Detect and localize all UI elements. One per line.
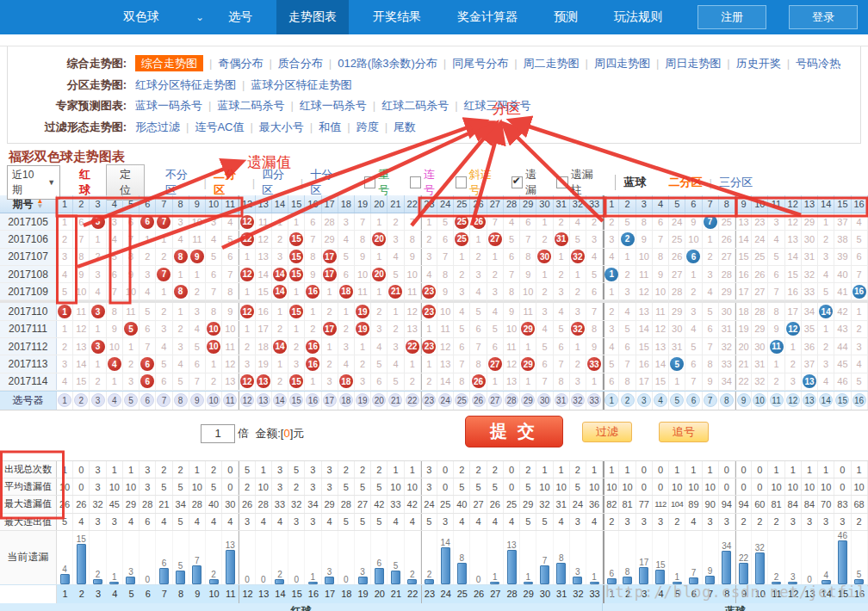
pick-ball[interactable]: 22 [406,393,419,407]
pick-ball[interactable]: 29 [521,393,535,407]
pick-ball[interactable]: 14 [819,393,833,407]
pick-ball[interactable]: 9 [737,393,751,407]
nav-item-6[interactable]: 玩法规则 [602,0,674,34]
checkbox-box[interactable] [456,176,467,188]
pick-ball[interactable]: 32 [571,393,585,407]
chart-link[interactable]: 尾数 [394,120,416,133]
pick-ball[interactable]: 4 [654,393,667,407]
checkbox-重号[interactable]: 重号 [364,167,400,198]
chart-link[interactable]: 综合走势图 [135,55,203,71]
pick-ball[interactable]: 24 [438,393,452,407]
period-header[interactable]: 期号▲▼ [0,195,57,213]
partition-tab[interactable]: 二分区 [214,167,245,198]
game-select[interactable]: 双色球 ⌄ [123,0,204,34]
pick-ball[interactable]: 13 [257,393,270,407]
nav-item-1[interactable]: 选号 [216,0,264,34]
pick-ball[interactable]: 33 [587,393,601,407]
pick-ball[interactable]: 15 [835,393,849,407]
chart-link[interactable]: 奇偶分布 [218,57,263,70]
chart-link[interactable]: 蓝球二码杀号 [217,99,284,112]
checkbox-box[interactable] [364,176,375,188]
checkbox-box[interactable] [512,176,523,188]
pick-ball[interactable]: 30 [537,393,551,407]
chart-link[interactable]: 最大小号 [259,120,304,133]
sort-icons[interactable]: ▲▼ [37,199,44,209]
pick-ball[interactable]: 13 [803,393,816,407]
chart-link[interactable]: 蓝球一码杀号 [135,99,202,112]
pick-ball[interactable]: 28 [505,393,518,407]
pick-ball[interactable]: 6 [140,393,154,407]
pick-ball[interactable]: 4 [108,393,121,407]
pick-ball[interactable]: 8 [720,393,734,407]
pick-ball[interactable]: 11 [223,393,237,407]
pick-ball[interactable]: 31 [555,393,568,407]
pick-ball[interactable]: 1 [58,393,71,407]
pick-ball[interactable]: 19 [356,393,369,407]
register-button[interactable]: 注册 [698,5,766,29]
partition-tab[interactable]: 十分区 [310,167,342,198]
pick-ball[interactable]: 1 [604,393,618,407]
submit-button[interactable]: 提交 [465,416,563,447]
pick-ball[interactable]: 16 [852,393,866,407]
chart-link[interactable]: 形态过滤 [135,120,180,133]
login-button[interactable]: 登录 [789,5,858,29]
pick-ball[interactable]: 26 [472,393,486,407]
pick-ball[interactable]: 12 [786,393,800,407]
checkbox-连号[interactable]: 连号 [410,167,445,198]
chart-link[interactable]: 质合分布 [278,57,323,70]
nav-item-4[interactable]: 奖金计算器 [445,0,530,34]
pick-ball[interactable]: 25 [455,393,468,407]
pick-ball[interactable]: 10 [207,393,220,407]
pick-ball[interactable]: 20 [372,393,386,407]
chart-link[interactable]: 红球三码杀号 [464,99,531,112]
pick-ball[interactable]: 6 [686,393,700,407]
pick-ball[interactable]: 18 [339,393,353,407]
pick-ball[interactable]: 7 [704,393,717,407]
chart-link[interactable]: 同尾号分布 [452,57,508,70]
pick-ball[interactable]: 8 [174,393,188,407]
chart-link[interactable]: 012路(除3余数)分布 [338,57,437,70]
checkbox-box[interactable] [410,176,421,188]
chart-link[interactable]: 周四走势图 [594,57,650,70]
pick-ball[interactable]: 15 [289,393,303,407]
pick-ball[interactable]: 2 [74,393,88,407]
nav-item-2[interactable]: 走势图表 [276,0,349,34]
chart-link[interactable]: 红球二码杀号 [381,99,449,112]
chart-link[interactable]: 跨度 [356,120,379,133]
pick-ball[interactable]: 10 [753,393,766,407]
pick-ball[interactable]: 23 [422,393,436,407]
checkbox-遗漏[interactable]: 遗漏 [512,167,547,198]
nav-item-5[interactable]: 预测 [542,0,590,34]
range-select[interactable]: 近10期 ▼ [7,165,60,200]
chart-link[interactable]: 历史开奖 [736,57,781,70]
chart-link[interactable]: 号码冷热 [796,57,840,70]
chart-link[interactable]: 周二走势图 [524,57,580,70]
pick-ball[interactable]: 3 [637,393,651,407]
pick-ball[interactable]: 14 [273,393,287,407]
chart-link[interactable]: 蓝球分区特征走势图 [251,78,351,91]
checkbox-斜连号[interactable]: 斜连号 [456,167,501,198]
pick-ball[interactable]: 5 [670,393,684,407]
pick-ball[interactable]: 16 [306,393,319,407]
chart-link[interactable]: 连号AC值 [195,120,244,133]
pick-ball[interactable]: 5 [124,393,138,407]
filter-button[interactable]: 过滤 [582,422,632,442]
chart-link[interactable]: 和值 [319,120,341,133]
partition-tab[interactable]: 三分区 [719,175,753,190]
pick-ball[interactable]: 27 [488,393,502,407]
pick-ball[interactable]: 3 [91,393,105,407]
pick-ball[interactable]: 12 [240,393,254,407]
partition-tab[interactable]: 二分区 [669,175,703,190]
partition-tab[interactable]: 不分区 [165,167,197,198]
nav-item-3[interactable]: 开奖结果 [361,0,433,34]
chart-link[interactable]: 红球一码杀号 [300,99,367,112]
pick-ball[interactable]: 17 [323,393,337,407]
pick-ball[interactable]: 21 [388,393,402,407]
multiplier-input[interactable] [201,424,235,443]
partition-tab[interactable]: 四分区 [262,167,294,198]
chase-button[interactable]: 追号 [659,422,709,442]
chart-link[interactable]: 周日走势图 [665,57,721,70]
pick-ball[interactable]: 2 [621,393,635,407]
pick-ball[interactable]: 9 [190,393,204,407]
chart-link[interactable]: 红球分区特征走势图 [135,78,236,91]
